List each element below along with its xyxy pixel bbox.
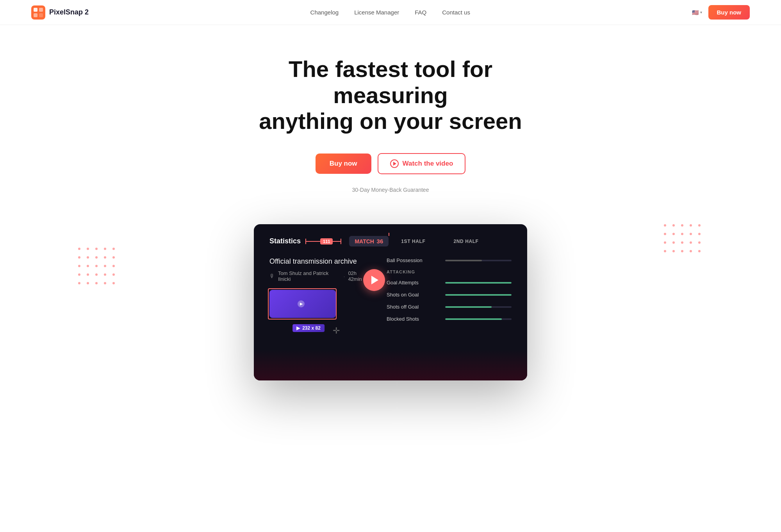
chevron-down-icon: ▾ (700, 10, 702, 14)
hero-buttons: Buy now Watch the video (316, 153, 466, 174)
col-2nd-half: 2ND HALF (453, 239, 478, 244)
attacking-label: ATTACKING (387, 270, 512, 274)
svg-rect-0 (31, 5, 45, 20)
stat-bar-2 (445, 294, 512, 296)
stat-label-3: Shots off Goal (387, 304, 445, 310)
content-area: Official transmission archive 🎙 Tom Shul… (269, 257, 512, 328)
nav-license-manager[interactable]: License Manager (354, 9, 399, 16)
video-thumbnail: ▶ ▶ 232 x 82 ✛ (269, 290, 348, 325)
logo-icon (31, 5, 45, 20)
match-badge-container: MATCH 36 (346, 236, 389, 246)
nav-right: 🇺🇸 ▾ Buy now (692, 5, 750, 20)
nav-links: Changelog License Manager FAQ Contact us (310, 9, 470, 16)
hero-title-line1: The fastest tool for measuring (289, 56, 492, 108)
dot-grid-right (664, 224, 703, 263)
stat-bar-4 (445, 318, 512, 320)
flag-icon: 🇺🇸 (692, 9, 699, 16)
stat-row-0: Ball Possession (387, 257, 512, 263)
stats-header: Statistics 111 MATCH 36 1S (269, 236, 512, 246)
col-1st-half: 1ST HALF (401, 239, 425, 244)
play-button-container (363, 269, 385, 291)
stat-row-2: Shots on Goal (387, 292, 512, 298)
stat-label-0: Ball Possession (387, 257, 445, 263)
play-button[interactable] (363, 269, 385, 291)
hero-title: The fastest tool for measuring anything … (254, 56, 527, 134)
logo[interactable]: PixelSnap 2 (31, 5, 89, 20)
archive-title: Official transmission archive (269, 257, 371, 266)
nav-contact[interactable]: Contact us (442, 9, 470, 16)
stat-bar-1 (445, 282, 512, 284)
svg-rect-1 (34, 8, 37, 12)
play-circle-icon (390, 159, 399, 168)
stat-bar-fill-3 (445, 306, 492, 308)
svg-rect-2 (39, 8, 43, 12)
left-panel: Official transmission archive 🎙 Tom Shul… (269, 257, 387, 328)
dot-grid-left (78, 248, 117, 287)
stat-label-2: Shots on Goal (387, 292, 445, 298)
measure-size-text: 232 x 82 (302, 325, 321, 331)
measure-value-badge: 111 (320, 238, 333, 245)
stat-bar-fill-0 (445, 260, 482, 261)
video-thumb-inner: ▶ (269, 290, 336, 318)
navbar: PixelSnap 2 Changelog License Manager FA… (0, 0, 781, 25)
crosshair-icon: ✛ (333, 326, 340, 336)
nav-changelog[interactable]: Changelog (310, 9, 339, 16)
presenter-row: 🎙 Tom Shulz and Patrick Ilnicki · 02h 42… (269, 270, 371, 282)
brand-name: PixelSnap 2 (49, 8, 89, 16)
measurement-indicator: 111 (305, 238, 341, 245)
nav-faq[interactable]: FAQ (415, 9, 426, 16)
hero-section: The fastest tool for measuring anything … (0, 25, 781, 216)
app-bottom-fade (254, 349, 527, 380)
app-window: Statistics 111 MATCH 36 1S (254, 224, 527, 380)
stat-bar-fill-1 (445, 282, 512, 284)
stat-bar-fill-4 (445, 318, 502, 320)
measure-line2-icon (333, 241, 341, 242)
mic-icon: 🎙 (269, 273, 275, 279)
hero-title-line2: anything on your screen (259, 108, 522, 134)
match-label: MATCH (355, 238, 374, 245)
play-triangle-icon (393, 162, 396, 166)
stat-bar-fill-2 (445, 294, 512, 296)
buy-now-hero-button[interactable]: Buy now (316, 154, 371, 174)
svg-rect-3 (34, 13, 37, 17)
right-panel: Ball Possession ATTACKING Goal Attempts (387, 257, 512, 328)
stat-row-3: Shots off Goal (387, 304, 512, 310)
measure-end-right-icon (341, 239, 341, 244)
play-mini-icon: ▶ (296, 325, 300, 331)
buy-now-nav-button[interactable]: Buy now (708, 5, 750, 20)
watch-video-label: Watch the video (403, 160, 453, 168)
stats-title: Statistics (269, 237, 301, 245)
thumb-play-icon: ▶ (298, 300, 305, 307)
app-inner: Statistics 111 MATCH 36 1S (254, 224, 527, 340)
watch-video-button[interactable]: Watch the video (378, 153, 466, 174)
stat-row-1: Goal Attempts (387, 280, 512, 286)
measure-top-tick-icon (389, 233, 389, 236)
stat-row-4: Blocked Shots (387, 316, 512, 322)
stat-bar-3 (445, 306, 512, 308)
measure-line-icon (306, 241, 320, 242)
svg-rect-4 (39, 13, 43, 17)
presenters: Tom Shulz and Patrick Ilnicki (278, 270, 341, 282)
money-back-text: 30-Day Money-Back Guarantee (352, 187, 429, 193)
language-selector[interactable]: 🇺🇸 ▾ (692, 9, 702, 16)
play-button-icon (371, 276, 378, 284)
stat-bar-0 (445, 260, 512, 261)
measure-label: ▶ 232 x 82 (292, 324, 325, 332)
stat-label-4: Blocked Shots (387, 316, 445, 322)
stat-label-1: Goal Attempts (387, 280, 445, 286)
demo-section: Statistics 111 MATCH 36 1S (0, 216, 781, 380)
match-badge: MATCH 36 (349, 236, 389, 246)
match-number: 36 (377, 238, 383, 245)
